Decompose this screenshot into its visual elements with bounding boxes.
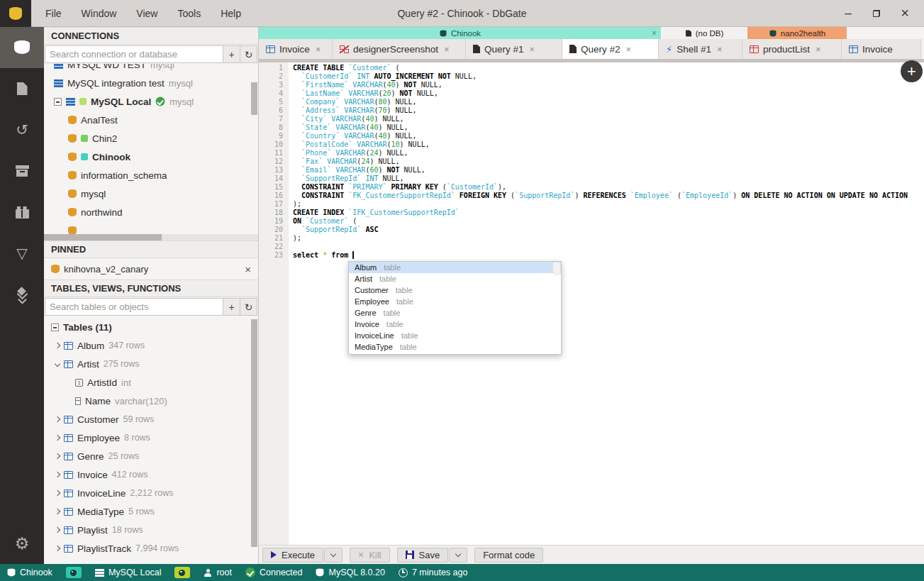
connection-item-mysql-wd-test[interactable]: MYSQL WD TESTmysql bbox=[44, 64, 258, 74]
tab-group-nano2health[interactable]: nano2health bbox=[747, 27, 847, 39]
collapse-icon[interactable] bbox=[54, 98, 62, 106]
connections-vertical-scrollbar[interactable] bbox=[251, 82, 257, 115]
column-item-name[interactable]: Namevarchar(120) bbox=[44, 392, 258, 410]
connection-item-mysql-local[interactable]: MySQL Localmysql bbox=[44, 92, 258, 111]
tab-invoice-6[interactable]: Invoice bbox=[842, 39, 921, 59]
tab-shell-1-4[interactable]: ⚡Shell #1× bbox=[659, 39, 742, 59]
add-connection-button[interactable]: + bbox=[223, 45, 240, 63]
refresh-connections-button[interactable]: ↻ bbox=[240, 45, 257, 63]
connections-search-input[interactable] bbox=[45, 45, 223, 63]
table-item-customer[interactable]: Customer59 rows bbox=[44, 410, 258, 428]
new-tab-button[interactable]: + bbox=[901, 60, 923, 82]
database-item-northwind[interactable]: northwind bbox=[44, 203, 258, 221]
tab-invoice-0[interactable]: Invoice× bbox=[259, 39, 333, 59]
minimize-button[interactable]: – bbox=[839, 4, 857, 23]
table-item-employee[interactable]: Employee8 rows bbox=[44, 428, 258, 447]
chevron-right-icon[interactable] bbox=[55, 472, 60, 477]
chevron-right-icon[interactable] bbox=[55, 509, 60, 514]
connection-item-mysql-integration-test[interactable]: MySQL integration testmysql bbox=[44, 74, 258, 92]
database-item-chinook[interactable]: Chinook bbox=[44, 148, 258, 166]
status-palette[interactable] bbox=[174, 567, 190, 578]
tab-query-2-3[interactable]: Query #2× bbox=[562, 39, 659, 59]
chevron-right-icon[interactable] bbox=[55, 527, 60, 533]
tab-group-no-db[interactable]: (no DB) bbox=[662, 27, 746, 39]
chevron-right-icon[interactable] bbox=[55, 490, 60, 496]
database-item-mysql[interactable]: mysql bbox=[44, 184, 258, 203]
autocomplete-item-mediatype[interactable]: MediaTypetable bbox=[349, 341, 561, 353]
sidebar-item-database[interactable] bbox=[0, 27, 44, 68]
close-tab-button[interactable]: × bbox=[316, 44, 321, 55]
column-item-artistid[interactable]: 1ArtistIdint bbox=[44, 373, 258, 392]
autocomplete-scrollbar[interactable] bbox=[553, 262, 560, 275]
table-item-artist[interactable]: Artist275 rows bbox=[44, 355, 258, 373]
close-tab-button[interactable]: × bbox=[816, 44, 821, 55]
tables-search-input[interactable] bbox=[45, 298, 223, 316]
refresh-tables-button[interactable]: ↻ bbox=[240, 298, 257, 316]
pinned-item-knihovna-v2-canary[interactable]: knihovna_v2_canary× bbox=[44, 258, 258, 280]
status-chinook[interactable]: Chinook bbox=[7, 568, 52, 577]
close-tab-button[interactable]: × bbox=[530, 44, 535, 55]
close-tab-button[interactable]: × bbox=[717, 44, 723, 55]
autocomplete-item-album[interactable]: Albumtable bbox=[349, 262, 561, 273]
status-root[interactable]: root bbox=[204, 568, 232, 577]
sidebar-item-history[interactable]: ↺ bbox=[0, 109, 44, 150]
tab-query-1-2[interactable]: Query #1× bbox=[466, 39, 562, 59]
unpin-button[interactable]: × bbox=[245, 263, 251, 275]
status-connected[interactable]: Connected bbox=[245, 568, 302, 577]
autocomplete-item-genre[interactable]: Genretable bbox=[349, 307, 561, 319]
status-palette[interactable] bbox=[66, 567, 82, 578]
autocomplete-item-artist[interactable]: Artisttable bbox=[349, 273, 561, 284]
sidebar-item-settings[interactable]: ⚙ bbox=[0, 523, 44, 564]
add-table-button[interactable]: + bbox=[223, 298, 240, 316]
table-item-album[interactable]: Album347 rows bbox=[44, 336, 258, 355]
menu-view[interactable]: View bbox=[128, 5, 166, 22]
tab-productlist-5[interactable]: productList× bbox=[742, 39, 842, 59]
collapse-icon[interactable] bbox=[51, 323, 59, 331]
tab-designerscreenshot-1[interactable]: designerScreenshot× bbox=[333, 39, 466, 59]
table-item-invoiceline[interactable]: InvoiceLine2,212 rows bbox=[44, 484, 258, 502]
save-button[interactable]: Save bbox=[397, 548, 449, 563]
menu-window[interactable]: Window bbox=[73, 5, 126, 22]
chevron-right-icon[interactable] bbox=[55, 435, 60, 441]
database-item-chin2[interactable]: Chin2 bbox=[44, 129, 258, 148]
autocomplete-item-invoice[interactable]: Invoicetable bbox=[349, 319, 561, 330]
format-code-button[interactable]: Format code bbox=[474, 548, 543, 563]
chevron-down-icon[interactable] bbox=[55, 361, 60, 367]
chevron-right-icon[interactable] bbox=[55, 343, 60, 348]
close-group-button[interactable]: × bbox=[652, 28, 657, 38]
tab-group-chinook[interactable]: Chinook× bbox=[259, 27, 661, 39]
save-dropdown-button[interactable] bbox=[449, 548, 467, 563]
autocomplete-item-invoiceline[interactable]: InvoiceLinetable bbox=[349, 330, 561, 341]
execute-button[interactable]: Execute bbox=[262, 548, 323, 563]
database-item-information-schema[interactable]: information_schema bbox=[44, 166, 258, 184]
chevron-right-icon[interactable] bbox=[55, 546, 60, 551]
chevron-right-icon[interactable] bbox=[55, 453, 60, 459]
menu-file[interactable]: File bbox=[37, 5, 70, 22]
table-item-mediatype[interactable]: MediaType5 rows bbox=[44, 502, 258, 521]
database-item-analtest[interactable]: AnalTest bbox=[44, 111, 258, 129]
sidebar-item-layers[interactable] bbox=[0, 274, 44, 315]
status-7-minutes-ago[interactable]: 7 minutes ago bbox=[399, 568, 468, 577]
menu-tools[interactable]: Tools bbox=[169, 5, 209, 22]
close-tab-button[interactable]: × bbox=[444, 44, 450, 55]
sidebar-item-file[interactable] bbox=[0, 68, 44, 109]
status-mysql-8-0-20[interactable]: MySQL 8.0.20 bbox=[316, 568, 384, 577]
chevron-right-icon[interactable] bbox=[55, 416, 60, 422]
tables-vertical-scrollbar[interactable] bbox=[251, 319, 257, 547]
sidebar-item-archive[interactable] bbox=[0, 150, 44, 192]
status-mysql-local[interactable]: MySQL Local bbox=[95, 568, 162, 577]
menu-help[interactable]: Help bbox=[212, 5, 250, 22]
tables-group-header[interactable]: Tables (11) bbox=[44, 318, 258, 336]
table-item-invoice[interactable]: Invoice412 rows bbox=[44, 465, 258, 484]
close-button[interactable]: × bbox=[896, 4, 914, 23]
table-item-playlisttrack[interactable]: PlaylistTrack7,994 rows bbox=[44, 539, 258, 558]
kill-button[interactable]: ×Kill bbox=[350, 548, 390, 563]
sidebar-item-plugins[interactable] bbox=[0, 192, 44, 233]
restore-button[interactable] bbox=[867, 4, 886, 23]
execute-dropdown-button[interactable] bbox=[324, 548, 343, 563]
table-item-genre[interactable]: Genre25 rows bbox=[44, 447, 258, 465]
autocomplete-item-customer[interactable]: Customertable bbox=[349, 284, 561, 296]
connections-horizontal-scrollbar[interactable] bbox=[44, 234, 162, 240]
close-tab-button[interactable]: × bbox=[626, 44, 632, 55]
table-item-playlist[interactable]: Playlist18 rows bbox=[44, 521, 258, 539]
